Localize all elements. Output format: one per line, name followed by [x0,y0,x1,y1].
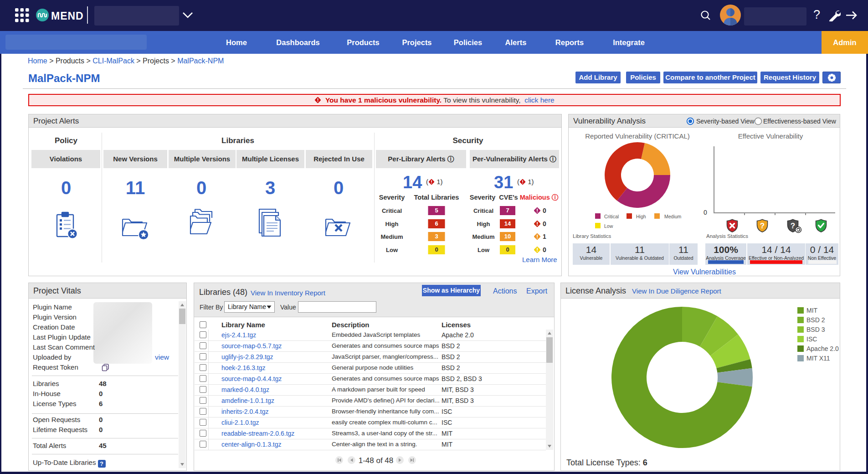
svg-text:?: ? [760,222,765,230]
svg-text:?: ? [791,222,795,230]
